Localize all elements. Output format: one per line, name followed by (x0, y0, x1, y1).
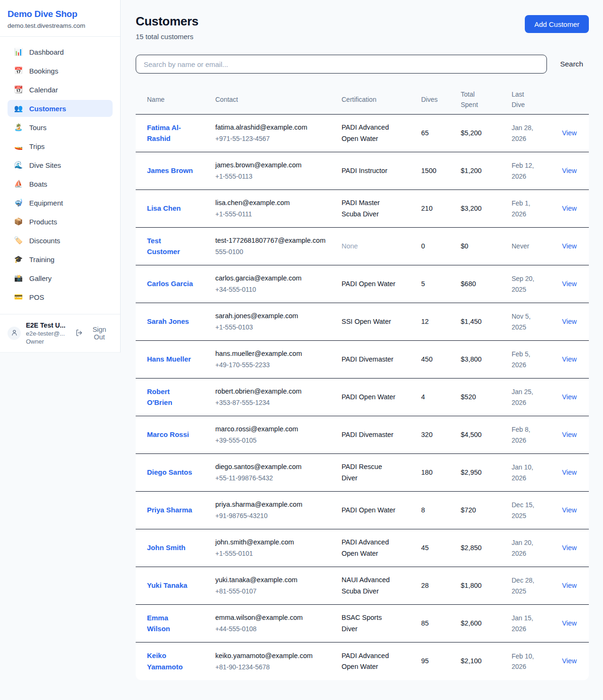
column-header-name: Name (147, 95, 215, 105)
customer-phone: +1-555-0113 (215, 171, 335, 181)
table-header-row: Name Contact Certification Dives Total S… (136, 85, 589, 115)
customer-dives: 320 (421, 429, 461, 440)
table-row: Priya Sharma priya.sharma@example.com +9… (136, 492, 589, 529)
sidebar-item-customers[interactable]: 👥 Customers (8, 100, 113, 117)
view-customer-link[interactable]: View (562, 619, 577, 627)
sidebar-item-products[interactable]: 📦 Products (8, 213, 113, 230)
sidebar-item-dashboard[interactable]: 📊 Dashboard (8, 43, 113, 60)
table-row: Yuki Tanaka yuki.tanaka@example.com +81-… (136, 567, 589, 605)
customer-name-link[interactable]: Yuki Tanaka (147, 580, 187, 591)
view-customer-link[interactable]: View (562, 167, 577, 174)
customer-dives: 8 (421, 505, 461, 516)
customer-phone: +55-11-99876-5432 (215, 473, 335, 483)
sidebar-item-bookings[interactable]: 📅 Bookings (8, 62, 113, 79)
customer-dives: 180 (421, 467, 461, 478)
customer-phone: +1-555-0101 (215, 548, 335, 559)
view-customer-link[interactable]: View (562, 506, 577, 514)
customer-total-spent: $3,200 (461, 203, 512, 214)
sidebar-item-gallery[interactable]: 📸 Gallery (8, 270, 113, 287)
customer-email: robert.obrien@example.com (215, 386, 335, 397)
customer-name-link[interactable]: Marco Rossi (147, 429, 189, 440)
add-customer-button[interactable]: Add Customer (525, 15, 589, 33)
customer-total-spent: $520 (461, 392, 512, 403)
view-customer-link[interactable]: View (562, 205, 577, 212)
customer-dives: 85 (421, 618, 461, 629)
table-row: Keiko Yamamoto keiko.yamamoto@example.co… (136, 642, 589, 680)
user-icon (11, 329, 18, 338)
customer-email: priya.sharma@example.com (215, 499, 335, 510)
customer-name-link[interactable]: Test Customer (147, 235, 193, 257)
search-button[interactable]: Search (547, 60, 589, 68)
view-customer-link[interactable]: View (562, 129, 577, 137)
sidebar-item-boats[interactable]: ⛵ Boats (8, 175, 113, 192)
customer-last-dive: Jan 20, 2026 (512, 537, 552, 559)
view-customer-link[interactable]: View (562, 318, 577, 325)
customer-last-dive: Dec 28, 2025 (512, 575, 552, 596)
customer-last-dive: Jan 15, 2026 (512, 613, 552, 634)
view-customer-link[interactable]: View (562, 393, 577, 401)
camera-icon: 📸 (14, 274, 23, 282)
sidebar-item-trips[interactable]: 🚤 Trips (8, 138, 113, 155)
customer-last-dive: Feb 5, 2026 (512, 349, 552, 370)
user-name: E2E Test U... (26, 321, 67, 329)
sign-out-icon (75, 329, 83, 338)
customer-phone: +81-555-0107 (215, 586, 335, 596)
customer-phone: +81-90-1234-5678 (215, 662, 335, 672)
customer-name-link[interactable]: Carlos Garcia (147, 278, 193, 289)
customer-name-link[interactable]: Sarah Jones (147, 316, 189, 327)
customer-name-link[interactable]: Fatima Al-Rashid (147, 122, 193, 144)
view-customer-link[interactable]: View (562, 469, 577, 476)
column-header-dives: Dives (421, 95, 461, 105)
view-customer-link[interactable]: View (562, 544, 577, 552)
calendar-date-icon: 📅 (14, 66, 23, 75)
search-bar: Search (136, 55, 589, 74)
view-customer-link[interactable]: View (562, 431, 577, 438)
customer-certification: PADI Advanced Open Water (342, 122, 398, 144)
customer-count: 15 total customers (136, 33, 198, 41)
customer-name-link[interactable]: Lisa Chen (147, 203, 181, 214)
customer-name-link[interactable]: Hans Mueller (147, 354, 191, 364)
sidebar-item-calendar[interactable]: 📆 Calendar (8, 81, 113, 98)
customer-name-link[interactable]: Robert O'Brien (147, 386, 193, 408)
customer-total-spent: $3,800 (461, 354, 512, 365)
customer-phone: +91-98765-43210 (215, 511, 335, 521)
customer-name-link[interactable]: Emma Wilson (147, 612, 193, 634)
sidebar-footer: E2E Test U... e2e-tester@... Owner Sign … (0, 314, 120, 352)
sidebar-item-training[interactable]: 🎓 Training (8, 251, 113, 268)
customer-name-link[interactable]: Diego Santos (147, 467, 192, 478)
customer-email: hans.mueller@example.com (215, 348, 335, 359)
customer-last-dive: Feb 8, 2026 (512, 424, 552, 445)
customer-certification: PADI Instructor (342, 165, 387, 176)
view-customer-link[interactable]: View (562, 242, 577, 250)
sailboat-icon: ⛵ (14, 180, 23, 188)
search-input[interactable] (136, 55, 547, 74)
customer-name-link[interactable]: Keiko Yamamoto (147, 650, 193, 672)
customer-last-dive: Feb 10, 2026 (512, 651, 552, 672)
customer-name-link[interactable]: John Smith (147, 542, 186, 553)
bar-chart-icon: 📊 (14, 48, 23, 56)
page-heading-group: Customers 15 total customers (136, 14, 198, 41)
customer-email: fatima.alrashid@example.com (215, 122, 335, 133)
customer-total-spent: $4,500 (461, 429, 512, 440)
brand-header: Demo Dive Shop demo.test.divestreams.com (0, 0, 120, 37)
customer-dives: 12 (421, 316, 461, 327)
view-customer-link[interactable]: View (562, 582, 577, 589)
view-customer-link[interactable]: View (562, 355, 577, 363)
customer-name-link[interactable]: James Brown (147, 165, 193, 176)
sidebar-item-tours[interactable]: 🏝️ Tours (8, 119, 113, 136)
sidebar-item-equipment[interactable]: 🤿 Equipment (8, 194, 113, 211)
customer-certification: PADI Rescue Diver (342, 461, 398, 483)
sidebar-item-dive-sites[interactable]: 🌊 Dive Sites (8, 156, 113, 173)
customer-dives: 28 (421, 580, 461, 591)
sign-out-button[interactable]: Sign Out (75, 326, 113, 341)
customer-dives: 210 (421, 203, 461, 214)
customer-last-dive: Nov 5, 2025 (512, 311, 552, 332)
avatar (8, 327, 21, 340)
customer-name-link[interactable]: Priya Sharma (147, 504, 192, 515)
view-customer-link[interactable]: View (562, 657, 577, 665)
customer-last-dive: Jan 10, 2026 (512, 462, 552, 483)
sidebar-item-pos[interactable]: 💳 POS (8, 288, 113, 305)
view-customer-link[interactable]: View (562, 280, 577, 288)
table-row: Fatima Al-Rashid fatima.alrashid@example… (136, 115, 589, 152)
sidebar-item-discounts[interactable]: 🏷️ Discounts (8, 232, 113, 249)
